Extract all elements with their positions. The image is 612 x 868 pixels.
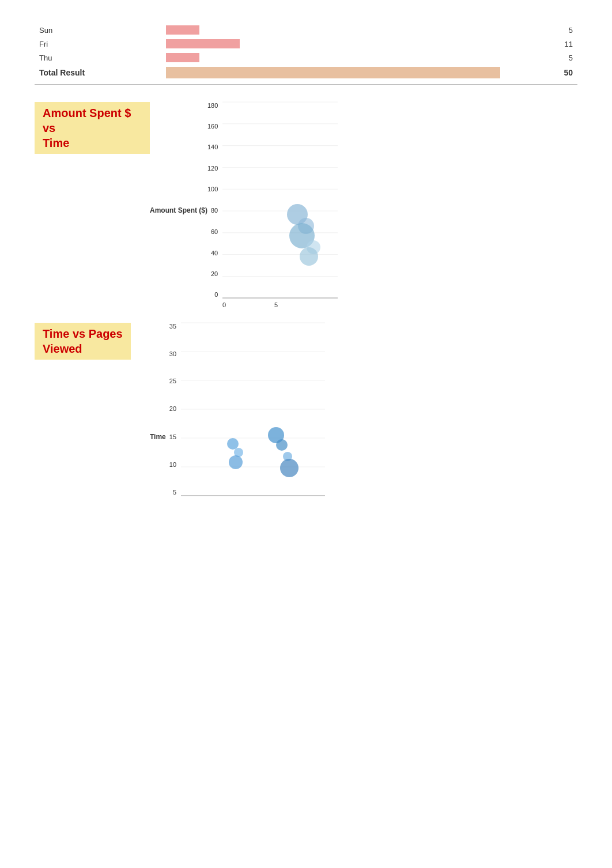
table-row: Sun5 <box>35 23 577 37</box>
chart1-title: Amount Spent $ vs Time <box>35 102 150 154</box>
chart1-y-140: 140 <box>207 144 218 150</box>
table-divider <box>35 84 577 85</box>
svg-text:0: 0 <box>222 301 226 308</box>
svg-point-25 <box>227 438 239 450</box>
table-row: Total Result50 <box>35 65 577 81</box>
svg-text:5: 5 <box>274 301 278 308</box>
chart2-title: Time vs Pages Viewed <box>35 323 131 360</box>
chart2-y-10: 10 <box>169 461 176 468</box>
svg-point-14 <box>300 247 318 266</box>
chart1-y-100: 100 <box>207 186 218 193</box>
chart1-y-120: 120 <box>207 165 218 172</box>
row-label: Thu <box>35 51 161 65</box>
summary-table: Sun5Fri11Thu5Total Result50 <box>35 23 577 81</box>
chart2-svg <box>181 323 354 496</box>
svg-point-27 <box>229 455 243 469</box>
chart1-svg: 0 5 <box>222 102 372 298</box>
row-value: 11 <box>505 37 577 51</box>
chart2-y-30: 30 <box>169 350 176 357</box>
row-value: 5 <box>505 23 577 37</box>
chart2-y-15: 15 <box>169 433 176 440</box>
chart1-y-40: 40 <box>211 250 218 256</box>
chart1-y-0: 0 <box>214 291 218 298</box>
chart1-y-20: 20 <box>211 270 218 277</box>
chart2-y-25: 25 <box>169 378 176 384</box>
chart1-y-80: 80 <box>211 207 218 214</box>
row-label: Fri <box>35 37 161 51</box>
row-bar <box>161 23 505 37</box>
chart1-y-60: 60 <box>211 228 218 235</box>
row-label: Sun <box>35 23 161 37</box>
row-value: 5 <box>505 51 577 65</box>
chart2-section: Time vs Pages Viewed 35 30 25 20 Time 15… <box>35 323 577 497</box>
chart1-y-160: 160 <box>207 123 218 130</box>
row-bar <box>161 37 505 51</box>
row-bar <box>161 65 505 81</box>
chart2-y-35: 35 <box>169 323 176 330</box>
chart2-area: 35 30 25 20 Time 15 10 5 <box>150 323 577 497</box>
chart2-y-20: 20 <box>169 405 176 412</box>
chart2-y-5: 5 <box>173 489 176 496</box>
svg-point-31 <box>280 459 299 477</box>
chart1-area: 180 160 140 120 100 Amount Spent ($) 80 … <box>150 102 577 300</box>
row-value: 50 <box>505 65 577 81</box>
table-row: Thu5 <box>35 51 577 65</box>
chart1-y-180: 180 <box>207 102 218 109</box>
summary-table-section: Sun5Fri11Thu5Total Result50 <box>35 23 577 85</box>
row-label: Total Result <box>35 65 161 81</box>
chart1-y-axis-label: Amount Spent ($) <box>150 206 207 214</box>
chart2-y-axis-label: Time <box>150 433 166 441</box>
table-row: Fri11 <box>35 37 577 51</box>
chart1-section: Amount Spent $ vs Time 180 160 140 120 1… <box>35 102 577 300</box>
svg-point-29 <box>276 439 288 451</box>
row-bar <box>161 51 505 65</box>
